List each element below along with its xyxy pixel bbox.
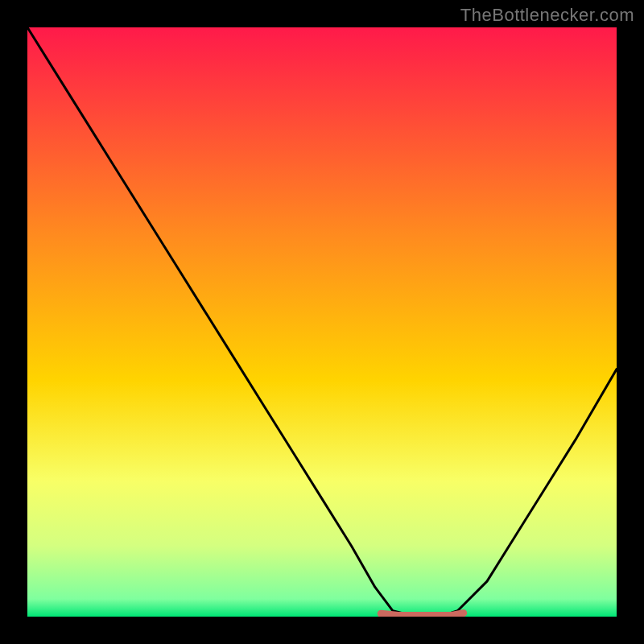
watermark-text: TheBottlenecker.com xyxy=(460,5,634,26)
chart-svg xyxy=(27,27,617,617)
chart-stage: TheBottlenecker.com xyxy=(0,0,644,644)
chart-plot-area xyxy=(27,27,617,617)
optimal-range-line xyxy=(381,613,464,616)
chart-background-gradient xyxy=(27,27,617,617)
